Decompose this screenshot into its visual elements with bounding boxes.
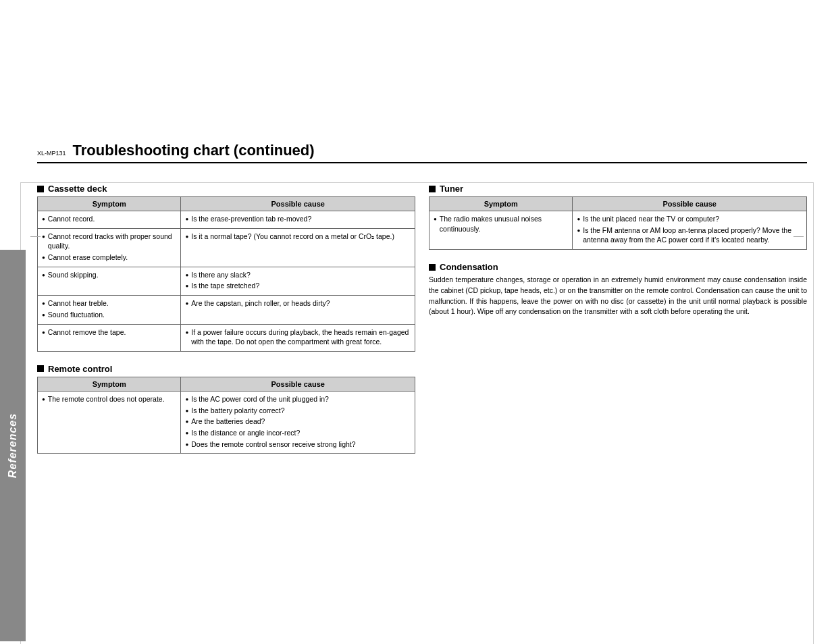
- cassette-deck-title: Cassette deck: [48, 184, 107, 194]
- table-row: The radio makes unusual noises continuou…: [429, 211, 807, 250]
- condensation-header: Condensation: [429, 262, 807, 272]
- remote-square-icon: [37, 365, 44, 372]
- symptom-cell: Cannot record.: [38, 211, 181, 229]
- condensation-title: Condensation: [440, 262, 498, 272]
- right-column: Tuner Symptom Possible cause: [429, 184, 807, 466]
- side-tab-label: References: [7, 413, 19, 478]
- symptom-cell: The remote control does not operate.: [38, 391, 181, 453]
- table-row: Cannot record tracks with proper sound q…: [38, 228, 415, 267]
- condensation-square-icon: [429, 264, 436, 271]
- cause-cell: Is the unit placed near the TV or comput…: [573, 211, 807, 250]
- cassette-deck-section: Cassette deck Symptom Possible cause: [37, 184, 415, 352]
- remote-symptom-header: Symptom: [38, 377, 181, 391]
- main-content: XL-MP131 Troubleshooting chart (continue…: [37, 142, 807, 466]
- cause-cell: If a power failure occurs during playbac…: [181, 324, 415, 351]
- cassette-deck-table: Symptom Possible cause Cannot record.: [37, 196, 415, 352]
- condensation-text: Sudden temperature changes, storage or o…: [429, 275, 807, 317]
- cassette-square-icon: [37, 186, 44, 192]
- table-row: Cannot record. Is the erase-prevention t…: [38, 211, 415, 229]
- cassette-cause-header: Possible cause: [181, 197, 415, 211]
- title-row: XL-MP131 Troubleshooting chart (continue…: [37, 142, 807, 163]
- remote-control-table: Symptom Possible cause The remote contro…: [37, 377, 415, 454]
- cause-cell: Is there any slack? Is the tape stretche…: [181, 267, 415, 295]
- tuner-symptom-header: Symptom: [429, 197, 573, 211]
- border-right: [813, 182, 814, 644]
- left-column: Cassette deck Symptom Possible cause: [37, 184, 415, 466]
- cause-cell: Are the capstan, pinch roller, or heads …: [181, 296, 415, 324]
- symptom-cell: Sound skipping.: [38, 267, 181, 295]
- border-top: [20, 182, 814, 183]
- remote-cause-header: Possible cause: [181, 377, 415, 391]
- cause-cell: Is the AC power cord of the unit plugged…: [181, 391, 415, 453]
- table-row: Cannot hear treble. Sound fluctuation. A…: [38, 296, 415, 324]
- condensation-section: Condensation Sudden temperature changes,…: [429, 262, 807, 317]
- tuner-header: Tuner: [429, 184, 807, 194]
- two-col-layout: Cassette deck Symptom Possible cause: [37, 184, 807, 466]
- table-row: Cannot remove the tape. If a power failu…: [38, 324, 415, 351]
- tick-left-top: [30, 236, 41, 237]
- tick-right-top: [793, 236, 804, 237]
- tuner-title: Tuner: [440, 184, 463, 194]
- table-row: Sound skipping. Is there any slack? Is t…: [38, 267, 415, 295]
- remote-control-title: Remote control: [48, 364, 112, 374]
- table-row: The remote control does not operate. Is …: [38, 391, 415, 453]
- symptom-cell: The radio makes unusual noises continuou…: [429, 211, 573, 250]
- cassette-deck-header: Cassette deck: [37, 184, 415, 194]
- model-label: XL-MP131: [37, 150, 66, 157]
- cause-cell: Is the erase-prevention tab re-moved?: [181, 211, 415, 229]
- cassette-symptom-header: Symptom: [38, 197, 181, 211]
- tuner-square-icon: [429, 186, 436, 192]
- cause-cell: Is it a normal tape? (You cannot record …: [181, 228, 415, 267]
- symptom-cell: Cannot hear treble. Sound fluctuation.: [38, 296, 181, 324]
- symptom-cell: Cannot record tracks with proper sound q…: [38, 228, 181, 267]
- remote-control-section: Remote control Symptom Possible cause: [37, 364, 415, 454]
- page: References XL-MP131 Troubleshooting char…: [0, 142, 834, 644]
- tuner-table: Symptom Possible cause The radio makes u…: [429, 196, 807, 250]
- tuner-cause-header: Possible cause: [573, 197, 807, 211]
- remote-control-header: Remote control: [37, 364, 415, 374]
- page-title: Troubleshooting chart (continued): [73, 142, 315, 159]
- side-tab: References: [0, 250, 26, 641]
- symptom-cell: Cannot remove the tape.: [38, 324, 181, 351]
- tuner-section: Tuner Symptom Possible cause: [429, 184, 807, 250]
